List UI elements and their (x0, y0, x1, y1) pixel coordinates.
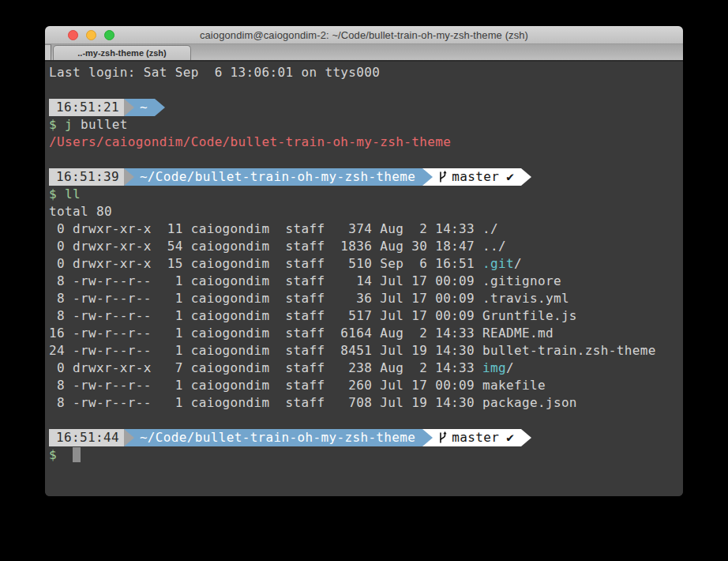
terminal-text: /Users/caiogondim/Code/bullet-train-oh-m… (49, 134, 451, 149)
terminal-text: 0 drwxr-xr-x 15 caiogondim staff 510 Sep… (49, 256, 482, 271)
terminal-window: caiogondim@caiogondim-2: ~/Code/bullet-t… (45, 26, 683, 496)
terminal-line: $ ll (49, 186, 683, 203)
git-branch-name: master (452, 168, 499, 186)
terminal-text: .git (482, 256, 514, 271)
terminal-text (57, 447, 65, 462)
terminal-line: 0 drwxr-xr-x 7 caiogondim staff 238 Aug … (49, 360, 683, 377)
tab-terminal[interactable]: ..-my-zsh-theme (zsh) (53, 45, 191, 60)
terminal-text: $ (49, 186, 57, 201)
prompt-time-segment: 16:51:39 (49, 168, 124, 186)
powerline-separator-icon (521, 168, 531, 186)
prompt-line: 16:51:44~/Code/bullet-train-oh-my-zsh-th… (49, 429, 683, 446)
terminal-line (49, 81, 683, 99)
terminal-text: bullet (73, 117, 128, 132)
terminal-text: 16 -rw-r--r-- 1 caiogondim staff 6164 Au… (49, 326, 554, 341)
powerline-separator-icon (422, 429, 433, 446)
git-clean-check-icon: ✔ (506, 168, 514, 186)
terminal-line: $ (49, 446, 683, 464)
terminal-line: 8 -rw-r--r-- 1 caiogondim staff 260 Jul … (49, 377, 683, 394)
terminal-text: total 80 (49, 204, 112, 219)
prompt-git-segment: master✔ (433, 429, 521, 446)
terminal-text (57, 186, 65, 201)
tab-bar: ..-my-zsh-theme (zsh) (45, 44, 683, 62)
prompt-line: 16:51:21~ (49, 99, 683, 116)
terminal-line: /Users/caiogondim/Code/bullet-train-oh-m… (49, 134, 683, 151)
terminal-text: 8 -rw-r--r-- 1 caiogondim staff 36 Jul 1… (49, 291, 569, 306)
terminal-text: 0 drwxr-xr-x 54 caiogondim staff 1836 Au… (49, 239, 506, 254)
terminal-text: ll (65, 186, 81, 201)
terminal-text: 8 -rw-r--r-- 1 caiogondim staff 260 Jul … (49, 378, 546, 393)
terminal-line: 16 -rw-r--r-- 1 caiogondim staff 6164 Au… (49, 325, 683, 342)
terminal-screen[interactable]: Last login: Sat Sep 6 13:06:01 on ttys00… (45, 62, 683, 496)
desktop: { "window": { "title": "caiogondim@caiog… (0, 0, 728, 561)
terminal-text: 24 -rw-r--r-- 1 caiogondim staff 8451 Ju… (49, 343, 656, 358)
terminal-text: / (514, 256, 522, 271)
terminal-text: Last login: Sat Sep 6 13:06:01 on ttys00… (49, 65, 380, 80)
terminal-text: 0 drwxr-xr-x 11 caiogondim staff 374 Aug… (49, 221, 498, 236)
powerline-separator-icon (124, 99, 134, 116)
terminal-text: $ (49, 447, 57, 462)
prompt-line: 16:51:39~/Code/bullet-train-oh-my-zsh-th… (49, 168, 683, 186)
prompt-path-segment: ~/Code/bullet-train-oh-my-zsh-theme (134, 168, 422, 186)
terminal-line: 0 drwxr-xr-x 15 caiogondim staff 510 Sep… (49, 255, 683, 273)
prompt-time-segment: 16:51:44 (49, 429, 124, 446)
terminal-text: j (65, 117, 73, 132)
terminal-line: 24 -rw-r--r-- 1 caiogondim staff 8451 Ju… (49, 342, 683, 360)
tab-bar-edge (45, 44, 51, 60)
title-bar: caiogondim@caiogondim-2: ~/Code/bullet-t… (45, 26, 683, 44)
prompt-time-segment: 16:51:21 (49, 99, 124, 116)
terminal-text: 8 -rw-r--r-- 1 caiogondim staff 517 Jul … (49, 308, 577, 323)
minimize-button[interactable] (86, 30, 96, 40)
terminal-text: 8 -rw-r--r-- 1 caiogondim staff 708 Jul … (49, 395, 577, 410)
powerline-separator-icon (124, 168, 134, 186)
terminal-line: 0 drwxr-xr-x 11 caiogondim staff 374 Aug… (49, 220, 683, 238)
terminal-text: 0 drwxr-xr-x 7 caiogondim staff 238 Aug … (49, 360, 482, 375)
tab-label: ..-my-zsh-theme (zsh) (77, 48, 166, 58)
terminal-text: / (506, 360, 514, 375)
terminal-text (57, 117, 65, 132)
git-branch-icon (438, 431, 447, 444)
traffic-lights (68, 30, 114, 40)
git-branch-icon (438, 171, 447, 183)
terminal-cursor (73, 447, 81, 462)
powerline-separator-icon (124, 429, 134, 446)
terminal-line (49, 151, 683, 168)
terminal-line (49, 412, 683, 429)
terminal-line: 0 drwxr-xr-x 54 caiogondim staff 1836 Au… (49, 238, 683, 255)
terminal-line: 8 -rw-r--r-- 1 caiogondim staff 14 Jul 1… (49, 273, 683, 290)
terminal-text: img (482, 360, 506, 375)
powerline-separator-icon (422, 168, 433, 186)
git-branch-name: master (452, 429, 499, 446)
terminal-line: 8 -rw-r--r-- 1 caiogondim staff 517 Jul … (49, 307, 683, 325)
terminal-text: 8 -rw-r--r-- 1 caiogondim staff 14 Jul 1… (49, 273, 561, 288)
terminal-line: 8 -rw-r--r-- 1 caiogondim staff 36 Jul 1… (49, 290, 683, 307)
prompt-git-segment: master✔ (433, 168, 521, 186)
terminal-line: total 80 (49, 203, 683, 220)
terminal-line: 8 -rw-r--r-- 1 caiogondim staff 708 Jul … (49, 394, 683, 412)
terminal-line: $ j bullet (49, 116, 683, 134)
prompt-path-segment: ~ (134, 99, 155, 116)
powerline-separator-icon (521, 429, 531, 446)
terminal-line: Last login: Sat Sep 6 13:06:01 on ttys00… (49, 64, 683, 81)
zoom-button[interactable] (104, 30, 114, 40)
window-title: caiogondim@caiogondim-2: ~/Code/bullet-t… (200, 29, 528, 41)
terminal-text: $ (49, 117, 57, 132)
powerline-separator-icon (155, 99, 165, 116)
prompt-path-segment: ~/Code/bullet-train-oh-my-zsh-theme (134, 429, 422, 446)
git-clean-check-icon: ✔ (506, 429, 514, 446)
close-button[interactable] (68, 30, 78, 40)
